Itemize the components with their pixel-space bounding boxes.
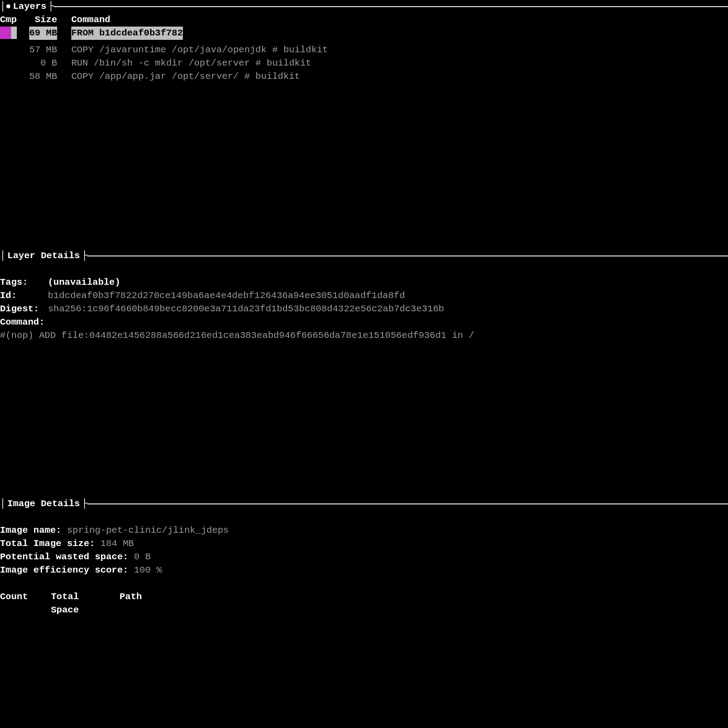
layers-title: Layers — [11, 0, 48, 13]
digest-value: sha256:1c96f4660b849becc8200e3a711da23fd… — [39, 302, 444, 316]
waste-path-column: Path — [106, 590, 142, 617]
image-name-label: Image name: — [0, 525, 62, 535]
tags-label: Tags: — [0, 276, 39, 289]
header-line-icon — [87, 503, 728, 504]
image-name-value: spring-pet-clinic/jlink_jdeps — [67, 525, 228, 535]
size-cell: 69 MB — [19, 27, 66, 43]
efficiency-label: Image efficiency score: — [0, 565, 128, 575]
id-label: Id: — [0, 289, 39, 302]
total-size-row: Total Image size: 184 MB — [0, 537, 728, 550]
tags-value: (unavailable) — [39, 276, 120, 289]
layers-section: │ ● Layers ├ Cmp Size Command 69 MB FROM… — [0, 0, 728, 83]
layer-row[interactable]: 69 MB FROM b1dcdeaf0b3f782 — [0, 27, 728, 43]
cmp-cell — [0, 57, 19, 70]
image-details-title: Image Details — [6, 497, 82, 511]
wasted-label: Potential wasted space: — [0, 552, 128, 562]
size-cell: 0 B — [19, 57, 66, 70]
command-cell: COPY /javaruntime /opt/java/openjdk # bu… — [66, 43, 728, 57]
digest-row: Digest: sha256:1c96f4660b849becc8200e3a7… — [0, 302, 728, 316]
header-separator: ├ — [48, 0, 54, 13]
command-value-row: #(nop) ADD file:04482e1456288a566d216ed1… — [0, 329, 728, 342]
efficiency-row: Image efficiency score: 100 % — [0, 564, 728, 577]
waste-table-header: Count Total Space Path — [0, 590, 728, 617]
layer-details-section: │ Layer Details ├ Tags: (unavailable) Id… — [0, 249, 728, 342]
id-value: b1dcdeaf0b3f7822d270ce149ba6ae4e4debf126… — [39, 289, 405, 302]
total-size-label: Total Image size: — [0, 538, 95, 549]
wasted-space-row: Potential wasted space: 0 B — [0, 550, 728, 564]
image-details-header: │ Image Details ├ — [0, 497, 728, 511]
layers-table-header: Cmp Size Command — [0, 13, 728, 27]
digest-label: Digest: — [0, 302, 39, 316]
id-row: Id: b1dcdeaf0b3f7822d270ce149ba6ae4e4deb… — [0, 289, 728, 302]
layer-details-header: │ Layer Details ├ — [0, 249, 728, 263]
efficiency-value: 100 % — [134, 565, 162, 575]
size-cell: 57 MB — [19, 43, 66, 57]
cmp-cell — [0, 27, 19, 43]
image-details-section: │ Image Details ├ Image name: spring-pet… — [0, 497, 728, 617]
column-cmp: Cmp — [0, 13, 19, 27]
layer-details-title: Layer Details — [6, 249, 82, 263]
image-name-row: Image name: spring-pet-clinic/jlink_jdep… — [0, 524, 728, 537]
waste-space-column: Total Space — [33, 590, 106, 617]
cmp-cell — [0, 43, 19, 57]
tags-row: Tags: (unavailable) — [0, 276, 728, 289]
column-size: Size — [19, 13, 66, 27]
header-left-bar: │ — [0, 249, 6, 263]
header-left-bar: │ — [0, 0, 6, 13]
selection-indicator-icon — [11, 27, 17, 39]
cmp-indicator-icon — [0, 27, 11, 39]
size-cell: 58 MB — [19, 70, 66, 83]
command-cell: RUN /bin/sh -c mkdir /opt/server # build… — [66, 57, 728, 70]
header-line-icon — [54, 6, 728, 7]
header-separator: ├ — [81, 249, 87, 263]
command-value: #(nop) ADD file:04482e1456288a566d216ed1… — [0, 330, 474, 341]
layer-row[interactable]: 0 B RUN /bin/sh -c mkdir /opt/server # b… — [0, 57, 728, 70]
command-cell: FROM b1dcdeaf0b3f782 — [66, 27, 728, 43]
total-size-value: 184 MB — [101, 538, 134, 549]
wasted-value: 0 B — [134, 552, 151, 562]
section-active-bullet-icon: ● — [6, 0, 12, 13]
waste-count-column: Count — [0, 590, 33, 617]
layer-row[interactable]: 58 MB COPY /app/app.jar /opt/server/ # b… — [0, 70, 728, 83]
header-left-bar: │ — [0, 497, 6, 511]
command-cell: COPY /app/app.jar /opt/server/ # buildki… — [66, 70, 728, 83]
header-line-icon — [87, 256, 728, 256]
command-label-row: Command: — [0, 316, 728, 329]
header-separator: ├ — [81, 497, 87, 511]
layers-table: Cmp Size Command 69 MB FROM b1dcdeaf0b3f… — [0, 13, 728, 83]
column-command: Command — [66, 13, 728, 27]
layer-row[interactable]: 57 MB COPY /javaruntime /opt/java/openjd… — [0, 43, 728, 57]
command-label: Command: — [0, 316, 45, 329]
cmp-cell — [0, 70, 19, 83]
layers-header: │ ● Layers ├ — [0, 0, 728, 13]
